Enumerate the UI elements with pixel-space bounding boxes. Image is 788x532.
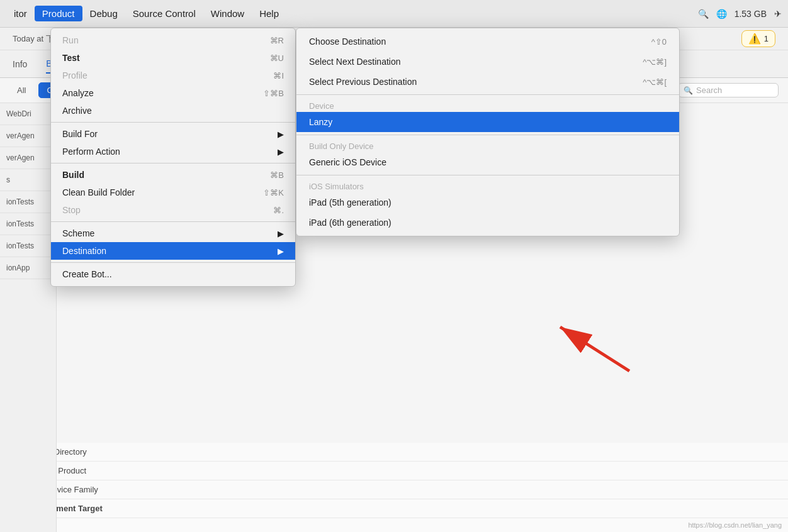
menu-analyze-shortcut: ⇧⌘B xyxy=(263,89,284,98)
menu-analyze-label: Analyze xyxy=(62,88,94,98)
menu-product-label: Product xyxy=(42,8,75,19)
menu-test-shortcut: ⌘U xyxy=(270,53,284,63)
menu-window[interactable]: Window xyxy=(203,6,252,21)
generic-ios-label: Generic iOS Device xyxy=(309,157,386,167)
menu-build[interactable]: Build ⌘B xyxy=(51,166,295,184)
submenu-generic-ios[interactable]: Generic iOS Device xyxy=(296,152,679,172)
submenu-build-only-header: Build Only Device xyxy=(296,138,679,152)
build-settings-row: iOS Deployment Target xyxy=(0,499,788,518)
menu-build-shortcut: ⌘B xyxy=(270,170,284,180)
menu-bar: itor Product Debug Source Control Window… xyxy=(0,0,788,28)
menu-create-bot-label: Create Bot... xyxy=(62,269,112,279)
menu-product[interactable]: Product xyxy=(35,6,82,21)
build-settings-row: Targeted Device Family xyxy=(0,480,788,499)
sidebar-item-veragen1[interactable]: verAgen xyxy=(0,125,56,147)
tab-info-label: Info xyxy=(13,59,27,69)
menu-editor[interactable]: itor xyxy=(6,6,35,21)
menu-run-label: Run xyxy=(62,35,79,45)
separator-1 xyxy=(51,122,295,123)
menu-build-for-label: Build For xyxy=(62,129,98,139)
choose-destination-shortcut: ^⇧0 xyxy=(651,37,667,47)
select-next-destination-shortcut: ^⌥⌘] xyxy=(643,57,667,67)
build-settings-area: Installation Directory Strip Linked Prod… xyxy=(0,443,788,532)
separator-3 xyxy=(51,221,295,222)
sidebar-panel: WebDri verAgen verAgen s ionTests ionTes… xyxy=(0,103,57,532)
menu-profile-label: Profile xyxy=(62,70,87,80)
destination-arrow: ▶ xyxy=(278,247,284,256)
menu-scheme-label: Scheme xyxy=(62,228,94,238)
search-placeholder: Search xyxy=(696,86,722,95)
warning-count: 1 xyxy=(764,34,768,43)
menu-stop[interactable]: Stop ⌘. xyxy=(51,201,295,219)
menu-clean-build-label: Clean Build Folder xyxy=(62,187,135,197)
sidebar-item-veragen2[interactable]: verAgen xyxy=(0,147,56,169)
submenu-sep-1 xyxy=(296,94,679,95)
menu-build-label: Build xyxy=(62,170,84,180)
spotlight-icon: 🌐 xyxy=(716,9,727,19)
sidebar-item-s[interactable]: s xyxy=(0,169,56,191)
menu-help[interactable]: Help xyxy=(252,6,286,21)
search-box[interactable]: 🔍 Search xyxy=(678,83,779,97)
tab-info[interactable]: Info xyxy=(13,55,27,73)
watermark: https://blog.csdn.net/lian_yang xyxy=(688,521,782,529)
menu-perform-action[interactable]: Perform Action ▶ xyxy=(51,143,295,160)
menu-debug[interactable]: Debug xyxy=(82,6,125,21)
menu-source-control[interactable]: Source Control xyxy=(125,6,203,21)
send-icon: ✈ xyxy=(774,9,782,19)
submenu-sep-2 xyxy=(296,135,679,135)
menu-bar-right: 🔍 🌐 1.53 GB ✈ xyxy=(698,9,782,19)
menu-stop-label: Stop xyxy=(62,205,81,215)
warning-badge: ⚠️ 1 xyxy=(741,30,775,47)
submenu-lanzy[interactable]: Lanzy xyxy=(296,112,679,132)
menu-create-bot[interactable]: Create Bot... xyxy=(51,265,295,283)
ipad-5th-label: iPad (5th generation) xyxy=(309,197,391,208)
red-arrow-indicator xyxy=(522,308,636,384)
submenu-select-previous-destination[interactable]: Select Previous Destination ^⌥⌘[ xyxy=(296,72,679,92)
menu-destination[interactable]: Destination ▶ xyxy=(51,242,295,260)
submenu-ipad-5th[interactable]: iPad (5th generation) xyxy=(296,192,679,213)
menu-help-label: Help xyxy=(259,8,279,19)
submenu-ipad-6th[interactable]: iPad (6th generation) xyxy=(296,213,679,233)
submenu-choose-destination[interactable]: Choose Destination ^⇧0 xyxy=(296,31,679,52)
menu-archive[interactable]: Archive xyxy=(51,102,295,119)
submenu-select-next-destination[interactable]: Select Next Destination ^⌥⌘] xyxy=(296,52,679,72)
menu-perform-action-label: Perform Action xyxy=(62,147,120,157)
search-icon: 🔍 xyxy=(698,9,709,19)
sidebar-item-iontests2[interactable]: ionTests xyxy=(0,213,56,235)
sidebar-item-ionapp[interactable]: ionApp xyxy=(0,257,56,279)
menu-run-shortcut: ⌘R xyxy=(270,36,284,45)
scheme-arrow: ▶ xyxy=(278,229,284,238)
lanzy-label: Lanzy xyxy=(309,117,332,127)
sidebar-item-iontests3[interactable]: ionTests xyxy=(0,235,56,257)
menu-clean-build[interactable]: Clean Build Folder ⇧⌘K xyxy=(51,184,295,201)
perform-action-arrow: ▶ xyxy=(278,147,284,157)
ios-simulators-header-label: iOS Simulators xyxy=(309,182,364,191)
menu-destination-label: Destination xyxy=(62,246,106,256)
build-settings-row: Strip Linked Product xyxy=(0,462,788,480)
menu-profile-shortcut: ⌘I xyxy=(273,71,284,80)
menu-clean-build-shortcut: ⇧⌘K xyxy=(263,188,284,197)
separator-4 xyxy=(51,262,295,263)
menu-debug-label: Debug xyxy=(90,8,118,19)
menu-profile[interactable]: Profile ⌘I xyxy=(51,67,295,84)
device-header-label: Device xyxy=(309,101,334,111)
sidebar-item-iontests1[interactable]: ionTests xyxy=(0,191,56,213)
menu-editor-label: itor xyxy=(14,8,27,19)
ipad-6th-label: iPad (6th generation) xyxy=(309,218,391,228)
choose-destination-label: Choose Destination xyxy=(309,36,386,47)
sidebar-item-webdri[interactable]: WebDri xyxy=(0,103,56,125)
menu-build-for[interactable]: Build For ▶ xyxy=(51,125,295,143)
select-previous-destination-shortcut: ^⌥⌘[ xyxy=(643,77,667,87)
menu-analyze[interactable]: Analyze ⇧⌘B xyxy=(51,84,295,102)
memory-badge: 1.53 GB xyxy=(735,9,767,19)
destination-submenu: Choose Destination ^⇧0 Select Next Desti… xyxy=(296,28,680,236)
filter-all-btn[interactable]: All xyxy=(9,83,33,97)
menu-scheme[interactable]: Scheme ▶ xyxy=(51,224,295,242)
menu-run[interactable]: Run ⌘R xyxy=(51,31,295,49)
build-for-arrow: ▶ xyxy=(278,130,284,139)
menu-stop-shortcut: ⌘. xyxy=(273,206,284,215)
menu-test[interactable]: Test ⌘U xyxy=(51,49,295,67)
search-icon: 🔍 xyxy=(684,86,693,95)
svg-line-1 xyxy=(560,327,629,371)
submenu-device-header: Device xyxy=(296,97,679,112)
